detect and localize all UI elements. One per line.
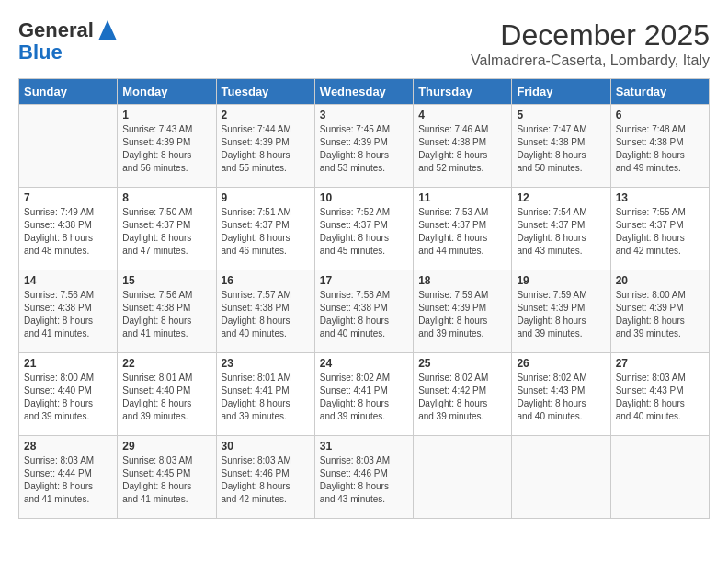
day-number: 23 <box>222 357 310 370</box>
day-info: Sunrise: 8:03 AM Sunset: 4:46 PM Dayligh… <box>320 454 408 506</box>
day-info: Sunrise: 7:59 AM Sunset: 4:39 PM Dayligh… <box>418 289 506 340</box>
calendar-cell: 28Sunrise: 8:03 AM Sunset: 4:44 PM Dayli… <box>19 436 118 519</box>
calendar-cell: 30Sunrise: 8:03 AM Sunset: 4:46 PM Dayli… <box>216 436 314 519</box>
day-info: Sunrise: 7:54 AM Sunset: 4:37 PM Dayligh… <box>517 206 605 258</box>
day-number: 9 <box>222 191 310 204</box>
calendar-cell: 22Sunrise: 8:01 AM Sunset: 4:40 PM Dayli… <box>118 353 216 436</box>
day-number: 1 <box>122 109 210 121</box>
day-number: 27 <box>616 357 704 370</box>
day-info: Sunrise: 8:00 AM Sunset: 4:39 PM Dayligh… <box>616 289 704 340</box>
day-number: 11 <box>418 191 506 204</box>
header-cell-sunday: Sunday <box>19 79 118 105</box>
day-info: Sunrise: 7:51 AM Sunset: 4:37 PM Dayligh… <box>222 206 310 258</box>
calendar-cell: 23Sunrise: 8:01 AM Sunset: 4:41 PM Dayli… <box>216 353 314 436</box>
calendar-cell: 29Sunrise: 8:03 AM Sunset: 4:45 PM Dayli… <box>118 436 216 519</box>
day-number: 30 <box>222 440 310 453</box>
calendar-cell: 4Sunrise: 7:46 AM Sunset: 4:38 PM Daylig… <box>414 105 512 188</box>
day-info: Sunrise: 8:00 AM Sunset: 4:40 PM Dayligh… <box>24 372 112 423</box>
day-info: Sunrise: 8:01 AM Sunset: 4:40 PM Dayligh… <box>122 372 210 423</box>
calendar-cell: 15Sunrise: 7:56 AM Sunset: 4:38 PM Dayli… <box>118 270 216 353</box>
day-info: Sunrise: 8:01 AM Sunset: 4:41 PM Dayligh… <box>222 372 310 423</box>
calendar-body: 1Sunrise: 7:43 AM Sunset: 4:39 PM Daylig… <box>19 105 710 519</box>
calendar-cell: 13Sunrise: 7:55 AM Sunset: 4:37 PM Dayli… <box>610 188 709 270</box>
logo-blue: Blue <box>18 40 63 64</box>
day-number: 4 <box>418 109 506 121</box>
calendar-table: SundayMondayTuesdayWednesdayThursdayFrid… <box>18 78 710 519</box>
day-info: Sunrise: 8:03 AM Sunset: 4:46 PM Dayligh… <box>222 454 310 506</box>
calendar-cell: 25Sunrise: 8:02 AM Sunset: 4:42 PM Dayli… <box>414 353 512 436</box>
title-block: December 2025 Valmadrera-Caserta, Lombar… <box>471 18 710 69</box>
header-cell-friday: Friday <box>512 79 610 105</box>
header-row: SundayMondayTuesdayWednesdayThursdayFrid… <box>19 79 710 105</box>
day-number: 5 <box>517 109 605 121</box>
day-number: 18 <box>418 274 506 287</box>
day-number: 8 <box>122 191 210 204</box>
calendar-cell: 27Sunrise: 8:03 AM Sunset: 4:43 PM Dayli… <box>610 353 709 436</box>
calendar-cell: 18Sunrise: 7:59 AM Sunset: 4:39 PM Dayli… <box>414 270 512 353</box>
header-cell-monday: Monday <box>118 79 216 105</box>
day-number: 29 <box>122 440 210 453</box>
calendar-header: SundayMondayTuesdayWednesdayThursdayFrid… <box>19 79 710 105</box>
day-info: Sunrise: 8:02 AM Sunset: 4:43 PM Dayligh… <box>517 372 605 423</box>
calendar-cell: 24Sunrise: 8:02 AM Sunset: 4:41 PM Dayli… <box>314 353 413 436</box>
day-number: 3 <box>320 109 408 121</box>
calendar-cell: 6Sunrise: 7:48 AM Sunset: 4:38 PM Daylig… <box>610 105 709 188</box>
month-title: December 2025 <box>471 18 710 52</box>
week-row-4: 28Sunrise: 8:03 AM Sunset: 4:44 PM Dayli… <box>19 436 710 519</box>
day-info: Sunrise: 7:58 AM Sunset: 4:38 PM Dayligh… <box>320 289 408 340</box>
day-number: 12 <box>517 191 605 204</box>
calendar-cell: 10Sunrise: 7:52 AM Sunset: 4:37 PM Dayli… <box>314 188 413 270</box>
week-row-1: 7Sunrise: 7:49 AM Sunset: 4:38 PM Daylig… <box>19 188 710 270</box>
calendar-cell <box>610 436 709 519</box>
day-number: 28 <box>24 440 112 453</box>
calendar-cell: 20Sunrise: 8:00 AM Sunset: 4:39 PM Dayli… <box>610 270 709 353</box>
day-info: Sunrise: 7:48 AM Sunset: 4:38 PM Dayligh… <box>616 123 704 175</box>
day-info: Sunrise: 8:02 AM Sunset: 4:42 PM Dayligh… <box>418 372 506 423</box>
day-number: 15 <box>122 274 210 287</box>
calendar-cell: 11Sunrise: 7:53 AM Sunset: 4:37 PM Dayli… <box>414 188 512 270</box>
day-number: 31 <box>320 440 408 453</box>
logo-general: General <box>18 18 94 42</box>
day-info: Sunrise: 7:50 AM Sunset: 4:37 PM Dayligh… <box>122 206 210 258</box>
day-number: 6 <box>616 109 704 121</box>
calendar-cell: 1Sunrise: 7:43 AM Sunset: 4:39 PM Daylig… <box>118 105 216 188</box>
day-info: Sunrise: 7:45 AM Sunset: 4:39 PM Dayligh… <box>320 123 408 175</box>
day-info: Sunrise: 7:56 AM Sunset: 4:38 PM Dayligh… <box>24 289 112 340</box>
week-row-0: 1Sunrise: 7:43 AM Sunset: 4:39 PM Daylig… <box>19 105 710 188</box>
calendar-cell: 17Sunrise: 7:58 AM Sunset: 4:38 PM Dayli… <box>314 270 413 353</box>
header-cell-saturday: Saturday <box>610 79 709 105</box>
day-number: 7 <box>24 191 112 204</box>
logo: General Blue <box>18 18 117 64</box>
calendar-cell: 2Sunrise: 7:44 AM Sunset: 4:39 PM Daylig… <box>216 105 314 188</box>
week-row-2: 14Sunrise: 7:56 AM Sunset: 4:38 PM Dayli… <box>19 270 710 353</box>
day-info: Sunrise: 7:55 AM Sunset: 4:37 PM Dayligh… <box>616 206 704 258</box>
calendar-cell: 9Sunrise: 7:51 AM Sunset: 4:37 PM Daylig… <box>216 188 314 270</box>
day-number: 25 <box>418 357 506 370</box>
calendar-cell <box>19 105 118 188</box>
day-number: 17 <box>320 274 408 287</box>
calendar-cell: 16Sunrise: 7:57 AM Sunset: 4:38 PM Dayli… <box>216 270 314 353</box>
header-cell-thursday: Thursday <box>414 79 512 105</box>
day-number: 10 <box>320 191 408 204</box>
calendar-cell: 3Sunrise: 7:45 AM Sunset: 4:39 PM Daylig… <box>314 105 413 188</box>
day-number: 19 <box>517 274 605 287</box>
day-number: 26 <box>517 357 605 370</box>
calendar-cell: 19Sunrise: 7:59 AM Sunset: 4:39 PM Dayli… <box>512 270 610 353</box>
page-header: General Blue December 2025 Valmadrera-Ca… <box>18 18 710 69</box>
calendar-cell: 7Sunrise: 7:49 AM Sunset: 4:38 PM Daylig… <box>19 188 118 270</box>
location-title: Valmadrera-Caserta, Lombardy, Italy <box>471 52 710 69</box>
day-number: 2 <box>222 109 310 121</box>
header-cell-wednesday: Wednesday <box>314 79 413 105</box>
day-number: 14 <box>24 274 112 287</box>
calendar-cell: 5Sunrise: 7:47 AM Sunset: 4:38 PM Daylig… <box>512 105 610 188</box>
header-cell-tuesday: Tuesday <box>216 79 314 105</box>
calendar-cell: 26Sunrise: 8:02 AM Sunset: 4:43 PM Dayli… <box>512 353 610 436</box>
calendar-cell <box>512 436 610 519</box>
calendar-cell: 21Sunrise: 8:00 AM Sunset: 4:40 PM Dayli… <box>19 353 118 436</box>
day-info: Sunrise: 7:47 AM Sunset: 4:38 PM Dayligh… <box>517 123 605 175</box>
day-info: Sunrise: 7:52 AM Sunset: 4:37 PM Dayligh… <box>320 206 408 258</box>
day-info: Sunrise: 7:43 AM Sunset: 4:39 PM Dayligh… <box>122 123 210 175</box>
day-number: 13 <box>616 191 704 204</box>
day-info: Sunrise: 7:44 AM Sunset: 4:39 PM Dayligh… <box>222 123 310 175</box>
calendar-cell: 8Sunrise: 7:50 AM Sunset: 4:37 PM Daylig… <box>118 188 216 270</box>
